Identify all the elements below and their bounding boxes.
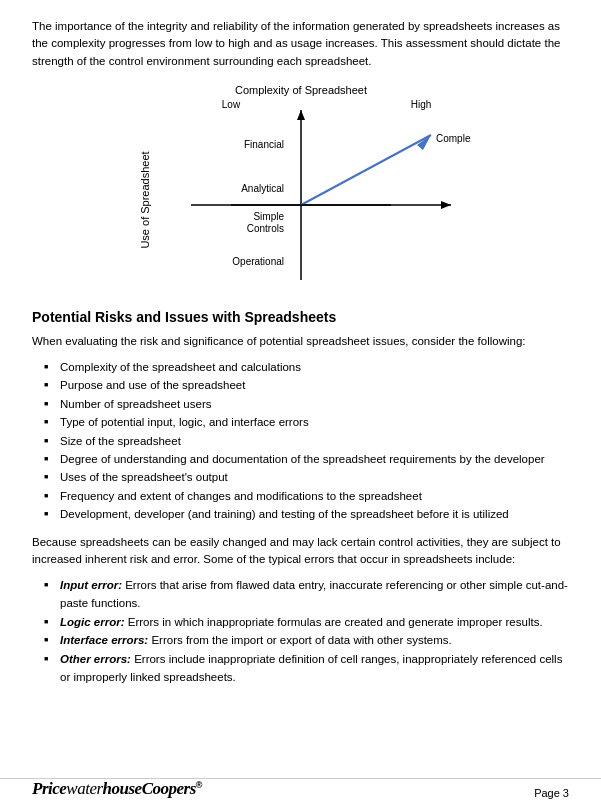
- list-item: Complexity of the spreadsheet and calcul…: [42, 358, 569, 376]
- error-bullet-list: Input error: Errors that arise from flaw…: [42, 576, 569, 686]
- footer-logo: PricewaterhouseCoopers®: [32, 779, 202, 799]
- complex-controls-label: Complex controls: [436, 133, 471, 144]
- list-item: Development, developer (and training) an…: [42, 505, 569, 523]
- y-label-simple: Simple: [253, 211, 284, 222]
- footer-page-number: Page 3: [534, 787, 569, 799]
- list-item: Purpose and use of the spreadsheet: [42, 376, 569, 394]
- logo-registered: ®: [196, 780, 202, 790]
- chart-container: Complexity of Spreadsheet Low High Use o…: [32, 80, 569, 295]
- section-heading: Potential Risks and Issues with Spreadsh…: [32, 309, 569, 325]
- list-item: Frequency and extent of changes and modi…: [42, 487, 569, 505]
- list-item: Type of potential input, logic, and inte…: [42, 413, 569, 431]
- error-label-logic: Logic error:: [60, 616, 125, 628]
- error-label-other: Other errors:: [60, 653, 131, 665]
- y-label-analytical: Analytical: [241, 183, 284, 194]
- error-label-interface: Interface errors:: [60, 634, 148, 646]
- error-text-interface: Errors from the import or export of data…: [148, 634, 452, 646]
- x-axis-arrow-right: [441, 201, 451, 209]
- y-axis-title: Use of Spreadsheet: [139, 151, 151, 248]
- main-bullet-list: Complexity of the spreadsheet and calcul…: [42, 358, 569, 524]
- error-list-item-interface: Interface errors: Errors from the import…: [42, 631, 569, 649]
- error-label-input: Input error:: [60, 579, 122, 591]
- quadrant-chart: Complexity of Spreadsheet Low High Use o…: [131, 80, 471, 295]
- y-axis-arrow-up: [297, 110, 305, 120]
- error-list-item-input: Input error: Errors that arise from flaw…: [42, 576, 569, 613]
- middle-paragraph: Because spreadsheets can be easily chang…: [32, 534, 569, 569]
- y-label-controls: Controls: [246, 223, 283, 234]
- y-label-operational: Operational: [232, 256, 284, 267]
- error-list-item-logic: Logic error: Errors in which inappropria…: [42, 613, 569, 631]
- list-item: Number of spreadsheet users: [42, 395, 569, 413]
- intro-paragraph: The importance of the integrity and reli…: [32, 18, 569, 70]
- section-intro: When evaluating the risk and significanc…: [32, 333, 569, 350]
- x-low-label: Low: [221, 99, 240, 110]
- x-high-label: High: [410, 99, 431, 110]
- list-item: Degree of understanding and documentatio…: [42, 450, 569, 468]
- x-axis-title: Complexity of Spreadsheet: [234, 84, 366, 96]
- complex-controls-line: [301, 135, 431, 205]
- logo-text: PricewaterhouseCoopers: [32, 779, 196, 798]
- list-item: Size of the spreadsheet: [42, 432, 569, 450]
- error-list-item-other: Other errors: Errors include inappropria…: [42, 650, 569, 687]
- y-label-financial: Financial: [243, 139, 283, 150]
- error-text-logic: Errors in which inappropriate formulas a…: [125, 616, 543, 628]
- error-text-other: Errors include inappropriate definition …: [60, 653, 562, 683]
- page: The importance of the integrity and reli…: [0, 0, 601, 811]
- footer: PricewaterhouseCoopers® Page 3: [0, 778, 601, 799]
- list-item: Uses of the spreadsheet's output: [42, 468, 569, 486]
- error-text-input: Errors that arise from flawed data entry…: [60, 579, 568, 609]
